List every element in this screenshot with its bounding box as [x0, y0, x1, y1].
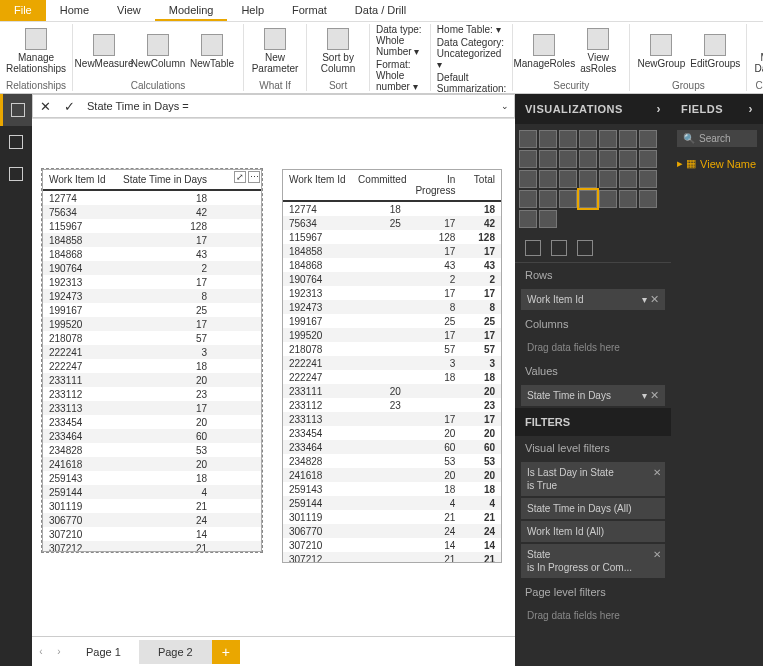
table-row[interactable]: 127741818 — [283, 202, 501, 216]
table-row[interactable]: 2331112020 — [283, 384, 501, 398]
table-row[interactable]: 23346460 — [43, 429, 261, 443]
viz-type-9[interactable] — [559, 150, 577, 168]
table-row[interactable]: 2180785757 — [283, 342, 501, 356]
table-row[interactable]: 23311223 — [43, 387, 261, 401]
sec-viewasroles-button[interactable]: View asRoles — [573, 28, 623, 74]
viz-type-2[interactable] — [559, 130, 577, 148]
sec-manageroles-button[interactable]: ManageRoles — [519, 34, 569, 69]
viz-menu-icon[interactable]: ⋯ — [248, 171, 260, 183]
viz-type-12[interactable] — [619, 150, 637, 168]
table-row[interactable]: 2222413 — [43, 345, 261, 359]
page-prev-button[interactable]: ‹ — [32, 646, 50, 657]
viz-type-17[interactable] — [579, 170, 597, 188]
viz-type-25[interactable] — [599, 190, 617, 208]
column-header[interactable]: Total — [461, 170, 501, 200]
table-row[interactable]: 3067702424 — [283, 524, 501, 538]
table-row[interactable]: 1924738 — [43, 289, 261, 303]
home-table-dropdown[interactable]: Home Table: ▾ — [437, 24, 506, 35]
table-row[interactable]: 25914318 — [43, 471, 261, 485]
viz-type-1[interactable] — [539, 130, 557, 148]
table-row[interactable]: 2331122323 — [283, 398, 501, 412]
viz-type-24[interactable] — [579, 190, 597, 208]
viz-type-28[interactable] — [519, 210, 537, 228]
page-tab-1[interactable]: Page 1 — [68, 640, 140, 664]
viz-type-20[interactable] — [639, 170, 657, 188]
new-parameter-button[interactable]: NewParameter — [250, 28, 300, 74]
sort-by-column-button[interactable]: Sort byColumn — [313, 28, 363, 74]
tab-file[interactable]: File — [0, 0, 46, 21]
remove-filter-1-button[interactable]: ✕ — [653, 466, 661, 479]
viz-focus-icon[interactable]: ⤢ — [234, 171, 246, 183]
table-row[interactable]: 23311317 — [43, 401, 261, 415]
table-row[interactable]: 30721014 — [43, 527, 261, 541]
mark-date-table-button[interactable]: Mark asDate Table — [753, 28, 763, 74]
table-row[interactable]: 2334542020 — [283, 426, 501, 440]
table-row[interactable]: 19076422 — [283, 272, 501, 286]
matrix-visual-2[interactable]: Work Item IdCommittedIn ProgressTotal127… — [282, 169, 502, 563]
fields-pane-collapse-button[interactable]: › — [749, 102, 754, 116]
view-name-table[interactable]: ▸ ▦ View Name — [671, 153, 763, 174]
table-row[interactable]: 1907642 — [43, 261, 261, 275]
page-next-button[interactable]: › — [50, 646, 68, 657]
model-view-button[interactable] — [0, 158, 32, 190]
formula-commit-button[interactable]: ✓ — [57, 99, 81, 114]
table-row[interactable]: 1923131717 — [283, 286, 501, 300]
table-row[interactable]: 7563442 — [43, 205, 261, 219]
viz-type-3[interactable] — [579, 130, 597, 148]
filter-is-last-day[interactable]: ✕Is Last Day in Stateis True — [521, 462, 665, 496]
viz-type-18[interactable] — [599, 170, 617, 188]
remove-value-field-button[interactable]: ✕ — [650, 389, 659, 401]
table-row[interactable]: 115967128 — [43, 219, 261, 233]
table-row[interactable]: 75634251742 — [283, 216, 501, 230]
table-row[interactable]: 30111921 — [43, 499, 261, 513]
table-row[interactable]: 19231317 — [43, 275, 261, 289]
viz-type-4[interactable] — [599, 130, 617, 148]
column-header[interactable]: Work Item Id — [283, 170, 352, 200]
page-tab-2[interactable]: Page 2 — [140, 640, 212, 664]
viz-type-6[interactable] — [639, 130, 657, 148]
viz-type-27[interactable] — [639, 190, 657, 208]
column-header[interactable]: State Time in Days — [113, 170, 213, 189]
table-row[interactable]: 21807857 — [43, 331, 261, 345]
report-view-button[interactable] — [0, 94, 32, 126]
table-row[interactable]: 2416182020 — [283, 468, 501, 482]
viz-type-7[interactable] — [519, 150, 537, 168]
tab-datadrill[interactable]: Data / Drill — [341, 0, 420, 21]
table-row[interactable]: 30721221 — [43, 541, 261, 551]
table-row[interactable]: 22224133 — [283, 356, 501, 370]
tab-home[interactable]: Home — [46, 0, 103, 21]
table-row[interactable]: 1848581717 — [283, 244, 501, 258]
report-canvas[interactable]: ⤢⋯ Work Item IdState Time in Days1277418… — [32, 118, 515, 636]
data-view-button[interactable] — [0, 126, 32, 158]
table-row[interactable]: 1848684343 — [283, 258, 501, 272]
formula-cancel-button[interactable]: ✕ — [33, 99, 57, 114]
viz-type-19[interactable] — [619, 170, 637, 188]
viz-type-13[interactable] — [639, 150, 657, 168]
manage-relationships-button[interactable]: ManageRelationships — [11, 28, 61, 74]
table-row[interactable]: 2222471818 — [283, 370, 501, 384]
table-row[interactable]: 2591431818 — [283, 482, 501, 496]
remove-row-field-button[interactable]: ✕ — [650, 293, 659, 305]
calc-newtable-button[interactable]: NewTable — [187, 34, 237, 69]
viz-type-22[interactable] — [539, 190, 557, 208]
viz-type-10[interactable] — [579, 150, 597, 168]
format-tab-icon[interactable] — [551, 240, 567, 256]
viz-type-15[interactable] — [539, 170, 557, 188]
table-row[interactable]: 115967128128 — [283, 230, 501, 244]
viz-type-8[interactable] — [539, 150, 557, 168]
viz-type-11[interactable] — [599, 150, 617, 168]
table-row[interactable]: 24161820 — [43, 457, 261, 471]
page-filters-drop-zone[interactable]: Drag data fields here — [521, 606, 665, 625]
table-row[interactable]: 23311120 — [43, 373, 261, 387]
table-row[interactable]: 18486843 — [43, 247, 261, 261]
grp-editgroups-button[interactable]: EditGroups — [690, 34, 740, 69]
column-header[interactable]: Work Item Id — [43, 170, 113, 189]
remove-filter-4-button[interactable]: ✕ — [653, 548, 661, 561]
viz-type-5[interactable] — [619, 130, 637, 148]
column-header[interactable]: In Progress — [407, 170, 461, 200]
table-row[interactable]: 3072101414 — [283, 538, 501, 552]
table-row[interactable]: 19952017 — [43, 317, 261, 331]
table-row[interactable]: 25914444 — [283, 496, 501, 510]
formula-expand-button[interactable]: ⌄ — [496, 101, 514, 111]
fields-tab-icon[interactable] — [525, 240, 541, 256]
